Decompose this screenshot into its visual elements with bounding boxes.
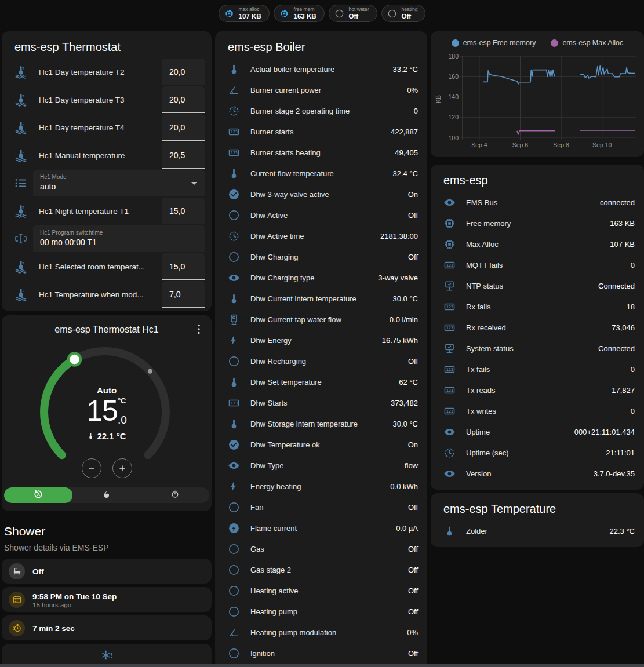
entity-row-ems-bus[interactable]: EMS Busconnected <box>440 192 635 213</box>
legend-item-ems-esp-free-memory[interactable]: ems-esp Free memory <box>452 39 536 47</box>
entity-label: Tx writes <box>466 407 496 415</box>
card-value: 7 min 2 sec <box>32 624 75 633</box>
entity-row-actual-boiler-temperature[interactable]: Actual boiler temperature33.2 °C <box>224 59 418 79</box>
entity-row-ignition[interactable]: IgnitionOff <box>224 643 418 664</box>
memory-chart-card: ems-esp Free memoryems-esp Max Alloc Sep… <box>431 31 644 157</box>
entity-row-zolder[interactable]: Zolder22.3 °C <box>440 520 635 541</box>
entity-row-tx-reads[interactable]: Tx reads17,827 <box>440 380 635 400</box>
shower-card-timer[interactable]: 7 min 2 sec <box>2 615 212 640</box>
entity-label: Dhw Temperature ok <box>250 440 320 449</box>
entity-row-burner-starts[interactable]: Burner starts422,887 <box>224 121 418 142</box>
shower-section: Shower Shower details via EMS-ESP Off9:5… <box>2 524 212 667</box>
setting-row-hc1-program-switchtime: Hc1 Program switchtime00 mo 00:00 T1 <box>9 225 205 253</box>
mode-button-power[interactable] <box>141 487 209 503</box>
entity-row-energy-heating[interactable]: Energy heating0.0 kWh <box>224 476 418 497</box>
entity-row-dhw-current-tap-water-flow[interactable]: Dhw Current tap water flow0.0 l/min <box>224 309 418 330</box>
flash-icon <box>224 334 245 347</box>
svg-text:160: 160 <box>448 73 459 80</box>
entity-row-dhw-charging[interactable]: Dhw ChargingOff <box>224 246 418 267</box>
status-chip-free-mem[interactable]: free mem163 KB <box>274 5 325 22</box>
entity-row-heating-pump[interactable]: Heating pumpOff <box>224 601 418 622</box>
entity-label: Gas stage 2 <box>250 566 291 574</box>
entity-row-burner-current-power[interactable]: Burner current power0% <box>224 79 418 100</box>
entity-row-system-status[interactable]: System statusConnected <box>440 338 635 359</box>
entity-value: 0.0 kWh <box>390 482 418 491</box>
dots-vertical-icon[interactable] <box>192 322 206 336</box>
entity-label: Rx fails <box>466 302 491 311</box>
entity-row-dhw-current-intern-temperature[interactable]: Dhw Current intern temperature30.0 °C <box>224 288 418 309</box>
entity-row-dhw-storage-intern-temperature[interactable]: Dhw Storage intern temperature30.0 °C <box>224 413 418 434</box>
entity-label: Ignition <box>250 649 275 658</box>
network-icon <box>440 342 461 355</box>
entity-row-burner-stage-2-operating-time[interactable]: Burner stage 2 operating time0 <box>224 100 418 121</box>
entity-row-uptime[interactable]: Uptime000+21:11:01.434 <box>440 421 635 442</box>
entity-row-dhw-recharging[interactable]: Dhw RechargingOff <box>224 351 418 371</box>
number-input[interactable]: 20,0 <box>162 86 205 113</box>
entity-row-dhw-type[interactable]: Dhw Typeflow <box>224 455 418 476</box>
cpu-icon <box>279 9 289 19</box>
boiler-card: ems-esp Boiler Actual boiler temperature… <box>215 31 427 667</box>
chevron-down-icon <box>191 182 197 185</box>
entity-row-heating-active[interactable]: Heating activeOff <box>224 580 418 601</box>
number-input[interactable]: 20,5 <box>162 142 205 169</box>
entity-row-rx-fails[interactable]: Rx fails18 <box>440 296 635 317</box>
entity-row-dhw-active-time[interactable]: Dhw Active time2181:38:00 <box>224 225 418 246</box>
entity-value: Off <box>408 253 418 261</box>
entity-row-dhw-charging-type[interactable]: Dhw Charging type3-way valve <box>224 267 418 288</box>
entity-row-free-memory[interactable]: Free memory163 KB <box>440 213 635 234</box>
list-icon <box>9 176 33 190</box>
entity-value: 373,482 <box>391 399 418 407</box>
number-input[interactable]: 7,0 <box>162 281 205 308</box>
status-chip-hot-water[interactable]: hot waterOff <box>329 5 377 22</box>
entity-row-burner-starts-heating[interactable]: Burner starts heating49,405 <box>224 142 418 163</box>
svg-text:KB: KB <box>435 95 442 103</box>
text-input[interactable]: Hc1 Program switchtime00 mo 00:00 T1 <box>33 225 205 252</box>
svg-text:Sep 10: Sep 10 <box>592 141 612 148</box>
number-input[interactable]: 15,0 <box>162 253 205 280</box>
chip-label: hot water <box>349 7 369 12</box>
entity-row-dhw-energy[interactable]: Dhw Energy16.75 kWh <box>224 330 418 351</box>
entity-row-heating-pump-modulation[interactable]: Heating pump modulation0% <box>224 622 418 643</box>
entity-row-rx-received[interactable]: Rx received73,046 <box>440 317 635 338</box>
entity-row-max-alloc[interactable]: Max Alloc107 KB <box>440 234 635 254</box>
entity-row-ntp-status[interactable]: NTP statusConnected <box>440 275 635 296</box>
mode-select[interactable]: Hc1 Modeauto <box>33 170 205 196</box>
entity-value: Off <box>408 586 418 595</box>
status-chip-max-alloc[interactable]: max alloc107 KB <box>219 5 270 22</box>
entity-row-mqtt-fails[interactable]: MQTT fails0 <box>440 254 635 275</box>
current-icon <box>224 522 245 534</box>
entity-row-fan[interactable]: FanOff <box>224 497 418 517</box>
entity-row-tx-writes[interactable]: Tx writes0 <box>440 400 635 421</box>
entity-row-dhw-set-temperature[interactable]: Dhw Set temperature62 °C <box>224 371 418 392</box>
entity-row-dhw-temperature-ok[interactable]: Dhw Temperature okOn <box>224 434 418 455</box>
circle-icon <box>224 585 245 597</box>
entity-row-dhw-active[interactable]: Dhw ActiveOff <box>224 205 418 225</box>
entity-label: Actual boiler temperature <box>250 65 334 74</box>
increase-temp-button[interactable] <box>112 458 132 478</box>
timer-icon <box>9 620 25 636</box>
entity-label: Uptime <box>466 428 490 436</box>
shower-card-calendar[interactable]: 9:58 PM on Tue 10 Sep15 hours ago <box>2 587 212 612</box>
entity-row-tx-fails[interactable]: Tx fails0 <box>440 359 635 380</box>
entity-row-dhw-3-way-valve-active[interactable]: Dhw 3-way valve activeOn <box>224 184 418 205</box>
card-title: ems-esp <box>443 174 635 187</box>
number-input[interactable]: 20,0 <box>162 114 205 141</box>
decrease-temp-button[interactable] <box>82 458 101 478</box>
dial-knob[interactable] <box>68 353 81 366</box>
mode-button-auto[interactable] <box>4 487 72 503</box>
shower-card-bathtub[interactable]: Off <box>2 559 212 584</box>
entity-row-current-flow-temperature[interactable]: Current flow temperature32.4 °C <box>224 163 418 184</box>
number-input[interactable]: 15,0 <box>162 198 205 224</box>
status-chip-heating[interactable]: heatingOff <box>381 5 426 22</box>
entity-row-dhw-starts[interactable]: Dhw Starts373,482 <box>224 392 418 413</box>
legend-item-ems-esp-max-alloc[interactable]: ems-esp Max Alloc <box>551 39 623 47</box>
thermo-icon <box>224 376 245 388</box>
entity-label: Dhw Charging <box>250 253 298 261</box>
number-input[interactable]: 20,0 <box>162 59 205 85</box>
entity-row-gas[interactable]: GasOff <box>224 538 418 559</box>
entity-row-uptime-sec-[interactable]: Uptime (sec)21:11:01 <box>440 442 635 463</box>
entity-row-version[interactable]: Version3.7.0-dev.35 <box>440 463 635 484</box>
entity-row-flame-current[interactable]: Flame current0.0 µA <box>224 517 418 538</box>
mode-button-flame[interactable] <box>72 487 141 503</box>
entity-row-gas-stage-2[interactable]: Gas stage 2Off <box>224 559 418 580</box>
